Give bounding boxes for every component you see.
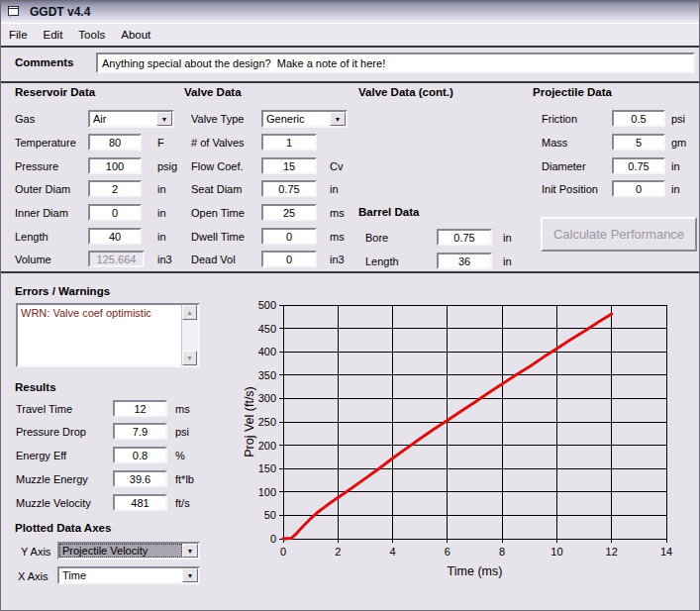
valve-data-cont-header: Valve Data (cont.) xyxy=(358,86,453,98)
dropdown-arrow-icon[interactable]: ▼ xyxy=(330,112,346,126)
x-axis-select[interactable]: Time ▼ xyxy=(57,566,200,584)
svg-text:Proj Vel (ft/s): Proj Vel (ft/s) xyxy=(243,386,256,458)
y-axis-label: Y Axis xyxy=(21,546,50,558)
svg-text:450: 450 xyxy=(258,323,276,335)
comments-input[interactable] xyxy=(96,52,695,73)
barrel-length-unit: in xyxy=(503,255,512,267)
pressure-drop-output[interactable] xyxy=(113,423,167,440)
init-position-input[interactable] xyxy=(612,180,665,197)
volume-label: Volume xyxy=(15,254,51,265)
results-header: Results xyxy=(15,381,56,393)
energy-eff-unit: % xyxy=(175,450,185,461)
travel-time-unit: ms xyxy=(175,403,190,415)
svg-text:400: 400 xyxy=(258,346,276,357)
scroll-down-icon[interactable]: ▼ xyxy=(182,351,197,365)
volume-input xyxy=(88,251,145,267)
gas-select[interactable]: Air ▼ xyxy=(88,110,174,128)
friction-unit: psi xyxy=(671,113,685,125)
barrel-length-input[interactable] xyxy=(437,253,492,269)
svg-text:14: 14 xyxy=(660,546,672,558)
separator xyxy=(1,271,699,273)
listbox-scrollbar[interactable]: ▲ ▼ xyxy=(181,305,198,365)
calculate-performance-button[interactable]: Calculate Performance xyxy=(541,217,697,252)
mass-input[interactable] xyxy=(612,134,665,151)
dropdown-arrow-icon[interactable]: ▼ xyxy=(182,568,198,582)
svg-text:8: 8 xyxy=(499,546,505,558)
gas-label: Gas xyxy=(15,113,35,125)
svg-text:350: 350 xyxy=(258,369,276,381)
proj-diameter-unit: in xyxy=(671,160,680,172)
muzzle-velocity-output[interactable] xyxy=(113,494,167,511)
pressure-drop-unit: psi xyxy=(175,426,189,438)
pressure-input[interactable] xyxy=(88,157,142,174)
res-length-input[interactable] xyxy=(88,228,142,245)
flow-coef-input[interactable] xyxy=(261,157,317,174)
friction-label: Friction xyxy=(542,113,577,125)
y-axis-select[interactable]: Projectile Velocity ▼ xyxy=(57,542,200,560)
seat-diam-input[interactable] xyxy=(261,180,317,197)
proj-diameter-input[interactable] xyxy=(612,157,665,174)
title-bar[interactable]: GGDT v4.4 xyxy=(1,1,699,24)
travel-time-output[interactable] xyxy=(113,400,167,417)
errors-listbox[interactable]: WRN: Valve coef optimistic ▲ ▼ xyxy=(16,303,200,367)
menu-tools[interactable]: Tools xyxy=(70,25,113,45)
plotted-data-axes-header: Plotted Data Axes xyxy=(15,522,111,534)
muzzle-velocity-label: Muzzle Velocity xyxy=(16,497,91,509)
friction-input[interactable] xyxy=(612,110,665,127)
muzzle-velocity-unit: ft/s xyxy=(175,497,190,509)
outer-diam-input[interactable] xyxy=(88,180,142,197)
init-position-label: Init Position xyxy=(542,183,598,195)
bore-input[interactable] xyxy=(437,229,492,246)
proj-diameter-label: Diameter xyxy=(542,160,586,172)
errors-warnings-header: Errors / Warnings xyxy=(15,285,110,297)
energy-eff-output[interactable] xyxy=(113,447,167,463)
pressure-unit: psig xyxy=(157,160,177,172)
menu-file[interactable]: File xyxy=(1,25,36,45)
x-axis-label: X Axis xyxy=(18,570,49,582)
muzzle-energy-output[interactable] xyxy=(113,470,167,487)
pressure-label: Pressure xyxy=(15,160,58,172)
num-valves-label: # of Valves xyxy=(191,137,245,149)
bore-label: Bore xyxy=(365,232,388,244)
menu-edit[interactable]: Edit xyxy=(36,25,71,45)
muzzle-energy-label: Muzzle Energy xyxy=(16,473,88,485)
scroll-up-icon[interactable]: ▲ xyxy=(182,305,197,320)
dwell-time-input[interactable] xyxy=(261,228,317,245)
valve-data-header: Valve Data xyxy=(184,86,242,98)
gas-value: Air xyxy=(90,112,156,126)
comments-label: Comments xyxy=(15,56,73,68)
separator xyxy=(1,46,699,48)
flow-coef-unit: Cv xyxy=(330,160,343,172)
svg-text:10: 10 xyxy=(550,546,562,558)
temperature-input[interactable] xyxy=(88,134,142,151)
dwell-time-label: Dwell Time xyxy=(191,231,245,243)
menu-bar: File Edit Tools About xyxy=(1,24,699,46)
inner-diam-input[interactable] xyxy=(88,204,142,221)
open-time-input[interactable] xyxy=(261,204,317,221)
svg-text:4: 4 xyxy=(390,546,396,558)
svg-text:50: 50 xyxy=(264,509,276,521)
num-valves-input[interactable] xyxy=(261,134,317,151)
separator xyxy=(1,81,699,83)
reservoir-data-header: Reservoir Data xyxy=(15,86,95,98)
pressure-drop-label: Pressure Drop xyxy=(16,426,86,438)
dead-vol-label: Dead Vol xyxy=(191,254,236,265)
seat-diam-unit: in xyxy=(330,183,339,195)
warning-message: WRN: Valve coef optimistic xyxy=(18,305,198,319)
dropdown-arrow-icon[interactable]: ▼ xyxy=(156,112,172,126)
init-position-unit: in xyxy=(671,183,680,195)
flow-coef-label: Flow Coef. xyxy=(191,160,244,172)
outer-diam-label: Outer Diam xyxy=(15,183,70,195)
valve-type-label: Valve Type xyxy=(191,113,244,125)
projectile-velocity-chart: 0501001502002503003504004505000246810121… xyxy=(229,293,694,590)
inner-diam-label: Inner Diam xyxy=(15,207,68,219)
valve-type-select[interactable]: Generic ▼ xyxy=(261,110,348,128)
dropdown-arrow-icon[interactable]: ▼ xyxy=(182,544,198,558)
energy-eff-label: Energy Eff xyxy=(16,450,66,461)
dead-vol-input[interactable] xyxy=(261,251,317,267)
svg-text:250: 250 xyxy=(258,416,276,428)
menu-about[interactable]: About xyxy=(113,25,158,45)
svg-text:6: 6 xyxy=(445,546,450,558)
barrel-length-label: Length xyxy=(365,255,399,267)
mass-label: Mass xyxy=(542,137,567,149)
